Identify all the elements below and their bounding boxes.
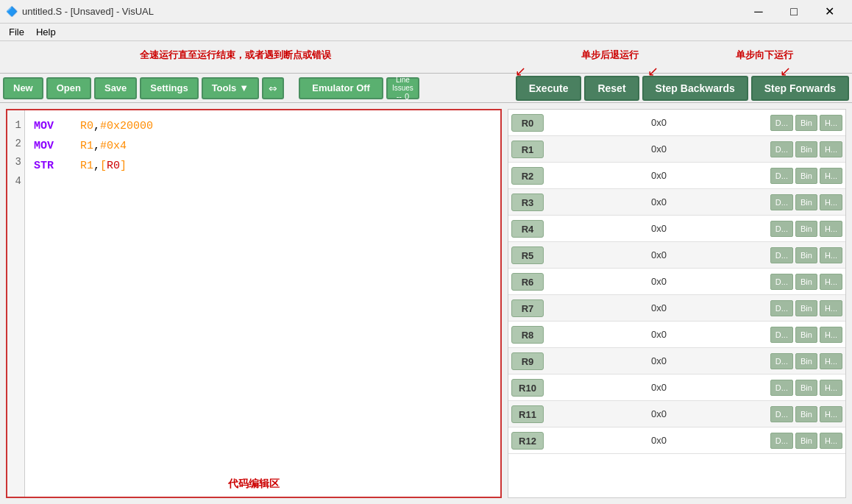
register-format-button[interactable]: D... [770,115,793,131]
register-format-button[interactable]: D... [770,406,793,422]
table-row: R110x0D...BinH... [508,401,845,427]
register-format-button[interactable]: D... [770,300,793,316]
app-icon: 🔷 [6,6,18,18]
register-format-button[interactable]: H... [820,274,842,290]
code-area-annotation: 代码编辑区 [228,478,280,491]
register-format-button[interactable]: H... [820,406,842,422]
register-value: 0x0 [550,329,768,340]
register-value: 0x0 [550,435,768,446]
register-name: R5 [511,246,544,264]
register-format-button[interactable]: H... [820,327,842,343]
register-format-button[interactable]: Bin [795,327,817,343]
register-format-button[interactable]: Bin [795,194,817,210]
register-format-button[interactable]: H... [820,141,842,157]
minimize-button[interactable]: ─ [742,1,775,23]
register-format-button[interactable]: Bin [795,353,817,369]
register-value: 0x0 [550,117,768,128]
table-row: R00x0D...BinH... [508,110,845,136]
register-name: R4 [511,220,544,238]
code-editor[interactable]: 1 2 3 4 MOV R0,#0x20000 MOV R1,#0x4 STR … [6,109,502,498]
register-format-button[interactable]: H... [820,194,842,210]
line-value: -- [397,92,402,101]
table-row: R10x0D...BinH... [508,136,845,163]
register-list[interactable]: R00x0D...BinH...R10x0D...BinH...R20x0D..… [508,110,845,497]
register-name: R9 [511,352,544,370]
table-row: R40x0D...BinH... [508,216,845,242]
menu-file[interactable]: File [3,25,30,39]
maximize-button[interactable]: □ [777,1,811,23]
register-format-button[interactable]: H... [820,433,842,449]
annotation-stepback: 单步后退运行 [581,49,639,62]
register-format-button[interactable]: D... [770,433,793,449]
table-row: R100x0D...BinH... [508,375,845,401]
register-name: R6 [511,273,544,291]
save-button[interactable]: Save [94,77,137,99]
table-row: R120x0D...BinH... [508,427,845,454]
annotation-stepfwd: 单步向下运行 [736,49,793,62]
register-value: 0x0 [550,143,768,155]
register-format-button[interactable]: D... [770,168,793,184]
table-row: R50x0D...BinH... [508,242,845,269]
transfer-button[interactable]: ⇔ [262,77,284,99]
register-format-button[interactable]: D... [770,141,793,157]
register-format-button[interactable]: Bin [795,406,817,422]
emulator-status: Emulator Off [299,77,383,99]
toolbar: New Open Save Settings Tools ▼ ⇔ Emulato… [0,74,852,103]
register-format-button[interactable]: D... [770,353,793,369]
register-format-button[interactable]: Bin [795,115,817,131]
register-value: 0x0 [550,170,768,181]
register-value: 0x0 [550,223,768,234]
window-controls: ─ □ ✕ [742,1,846,23]
table-row: R20x0D...BinH... [508,163,845,189]
new-button[interactable]: New [3,77,43,99]
code-content[interactable]: MOV R0,#0x20000 MOV R1,#0x4 STR R1,[R0] [25,110,500,497]
register-name: R1 [511,141,544,158]
register-format-button[interactable]: Bin [795,380,817,396]
close-button[interactable]: ✕ [812,1,846,23]
register-value: 0x0 [550,249,768,260]
register-value: 0x0 [550,355,768,366]
register-value: 0x0 [550,196,768,207]
register-format-button[interactable]: Bin [795,300,817,316]
register-name: R11 [511,405,544,423]
register-format-button[interactable]: D... [770,194,793,210]
register-format-button[interactable]: H... [820,115,842,131]
register-format-button[interactable]: D... [770,221,793,237]
main-content: 1 2 3 4 MOV R0,#0x20000 MOV R1,#0x4 STR … [0,103,852,504]
menu-help[interactable]: Help [30,25,62,39]
register-value: 0x0 [550,382,768,393]
register-format-button[interactable]: Bin [795,168,817,184]
step-forwards-button[interactable]: Step Forwards [751,76,849,101]
register-name: R2 [511,167,544,185]
register-panel: R00x0D...BinH...R10x0D...BinH...R20x0D..… [508,109,846,498]
open-button[interactable]: Open [46,77,91,99]
register-format-button[interactable]: D... [770,274,793,290]
register-format-button[interactable]: H... [820,247,842,263]
tools-dropdown-icon: ▼ [239,82,249,93]
register-format-button[interactable]: D... [770,327,793,343]
register-format-button[interactable]: H... [820,168,842,184]
register-name: R8 [511,326,544,344]
emulator-label: Emulator Off [312,82,370,93]
tools-label: Tools [212,82,237,93]
register-format-button[interactable]: Bin [795,221,817,237]
register-format-button[interactable]: D... [770,247,793,263]
register-format-button[interactable]: Bin [795,274,817,290]
register-format-button[interactable]: Bin [795,141,817,157]
register-format-button[interactable]: H... [820,221,842,237]
reset-button[interactable]: Reset [584,76,639,101]
tools-button[interactable]: Tools ▼ [202,77,260,99]
register-format-button[interactable]: D... [770,380,793,396]
table-row: R30x0D...BinH... [508,189,845,216]
titlebar: 🔷 untitled.S - [Unsaved] - VisUAL ─ □ ✕ [0,0,852,24]
register-value: 0x0 [550,408,768,419]
annotation-bar: 全速运行直至运行结束，或者遇到断点或错误 单步后退运行 单步向下运行 ↙ ↙ ↙ [0,41,852,74]
settings-button[interactable]: Settings [140,77,198,99]
table-row: R90x0D...BinH... [508,348,845,375]
table-row: R60x0D...BinH... [508,269,845,295]
register-format-button[interactable]: H... [820,353,842,369]
register-format-button[interactable]: Bin [795,433,817,449]
register-format-button[interactable]: Bin [795,247,817,263]
register-format-button[interactable]: H... [820,300,842,316]
register-format-button[interactable]: H... [820,380,842,396]
